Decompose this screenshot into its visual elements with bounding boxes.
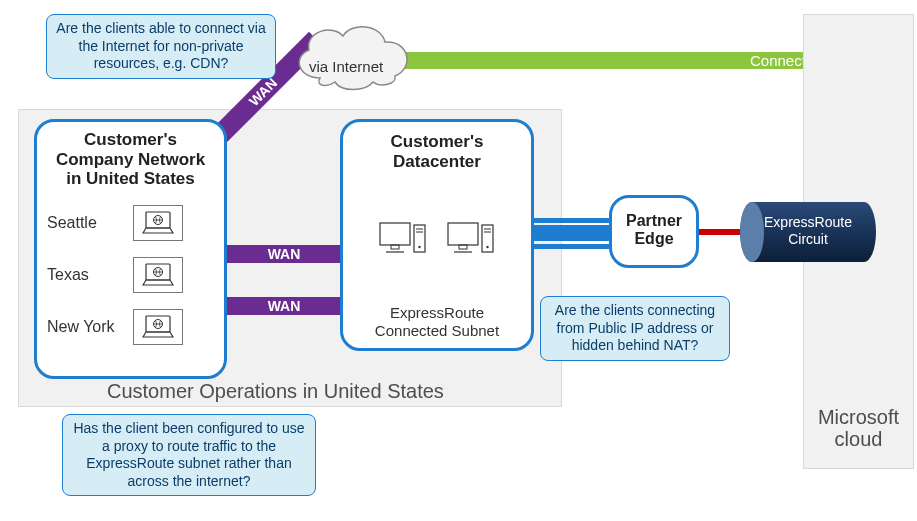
city-label: Seattle xyxy=(47,214,133,232)
wan-label: WAN xyxy=(268,298,301,314)
svg-rect-9 xyxy=(380,223,410,245)
wan-link-texas: WAN xyxy=(224,245,344,263)
desktop-icon xyxy=(379,222,427,256)
wan-label: WAN xyxy=(268,246,301,262)
customer-network-box: Customer's Company Network in United Sta… xyxy=(34,119,227,379)
laptop-icon xyxy=(133,309,183,345)
partner-edge-box: Partner Edge xyxy=(609,195,699,268)
datacenter-subtext: ExpressRoute Connected Subnet xyxy=(343,304,531,340)
microsoft-cloud-label: Microsoft cloud xyxy=(804,406,913,450)
internet-cloud-icon xyxy=(285,16,420,94)
link-partner-expressroute xyxy=(696,229,744,235)
callout-text: Are the clients connecting from Public I… xyxy=(555,302,715,353)
datacenter-box: Customer's Datacenter ExpressRoute Conne… xyxy=(340,119,534,351)
city-label: New York xyxy=(47,318,133,336)
wan-link-newyork: WAN xyxy=(224,297,344,315)
svg-text:ExpressRoute: ExpressRoute xyxy=(764,214,852,230)
city-row-seattle: Seattle xyxy=(47,203,224,243)
svg-point-26 xyxy=(740,202,764,262)
svg-point-15 xyxy=(418,246,420,248)
laptop-icon xyxy=(133,205,183,241)
link-datacenter-partner-thin-bottom xyxy=(531,244,613,249)
link-datacenter-partner-thin-top xyxy=(531,218,613,223)
svg-rect-10 xyxy=(391,245,399,249)
svg-point-22 xyxy=(486,246,488,248)
desktop-icon xyxy=(447,222,495,256)
customer-operations-label: Customer Operations in United States xyxy=(107,380,444,403)
link-datacenter-partner xyxy=(531,225,613,241)
datacenter-title: Customer's Datacenter xyxy=(343,132,531,171)
via-internet-label: via Internet xyxy=(309,58,383,75)
callout-text: Has the client been configured to use a … xyxy=(73,420,304,489)
city-label: Texas xyxy=(47,266,133,284)
svg-rect-16 xyxy=(448,223,478,245)
svg-point-25 xyxy=(852,202,876,262)
svg-rect-17 xyxy=(459,245,467,249)
callout-text: Are the clients able to connect via the … xyxy=(56,20,265,71)
callout-proxy: Has the client been configured to use a … xyxy=(62,414,316,496)
expressroute-cylinder: ExpressRoute Circuit xyxy=(738,200,878,264)
datacenter-icons xyxy=(343,222,531,256)
city-row-newyork: New York xyxy=(47,307,224,347)
city-row-texas: Texas xyxy=(47,255,224,295)
wan-label: WAN xyxy=(246,75,280,109)
callout-nat: Are the clients connecting from Public I… xyxy=(540,296,730,361)
svg-text:Circuit: Circuit xyxy=(788,231,828,247)
partner-edge-title: Partner Edge xyxy=(612,212,696,249)
callout-cdn: Are the clients able to connect via the … xyxy=(46,14,276,79)
laptop-icon xyxy=(133,257,183,293)
customer-network-title: Customer's Company Network in United Sta… xyxy=(37,130,224,189)
